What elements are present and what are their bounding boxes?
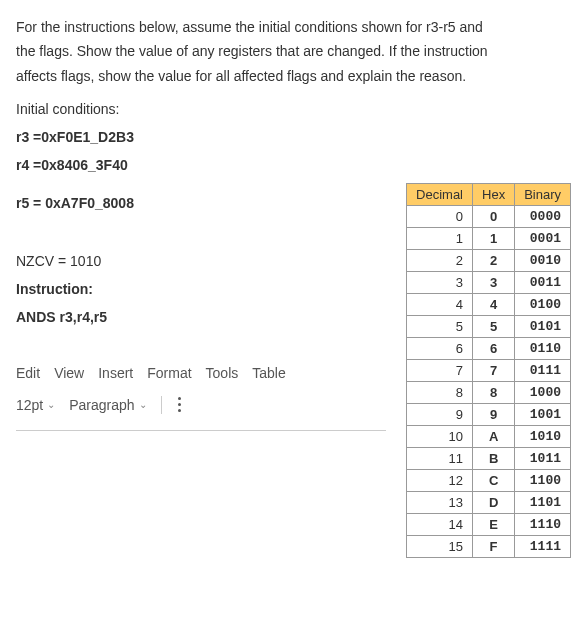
cell-decimal: 7 bbox=[407, 360, 473, 382]
paragraph-dropdown[interactable]: Paragraph ⌄ bbox=[69, 397, 146, 413]
cell-decimal: 12 bbox=[407, 470, 473, 492]
cell-binary: 0011 bbox=[515, 272, 571, 294]
paragraph-label: Paragraph bbox=[69, 397, 134, 413]
cell-binary: 1001 bbox=[515, 404, 571, 426]
table-row: 11B1011 bbox=[407, 448, 571, 470]
table-row: 000000 bbox=[407, 206, 571, 228]
cell-decimal: 1 bbox=[407, 228, 473, 250]
cell-binary: 0001 bbox=[515, 228, 571, 250]
table-row: 15F1111 bbox=[407, 536, 571, 558]
table-row: 660110 bbox=[407, 338, 571, 360]
menu-format[interactable]: Format bbox=[147, 365, 191, 381]
cell-binary: 0101 bbox=[515, 316, 571, 338]
question-line: For the instructions below, assume the i… bbox=[16, 16, 571, 38]
instruction-label: Instruction: bbox=[16, 281, 386, 297]
editor-toolbar: Edit View Insert Format Tools Table 12pt… bbox=[16, 365, 386, 431]
more-icon[interactable] bbox=[176, 395, 183, 414]
menu-tools[interactable]: Tools bbox=[206, 365, 239, 381]
r3-value: r3 =0xF0E1_D2B3 bbox=[16, 129, 571, 145]
cell-binary: 1010 bbox=[515, 426, 571, 448]
hex-table: Decimal Hex Binary 000000110001220010330… bbox=[406, 183, 571, 558]
question-line: affects flags, show the value for all af… bbox=[16, 65, 571, 87]
cell-binary: 1011 bbox=[515, 448, 571, 470]
cell-decimal: 10 bbox=[407, 426, 473, 448]
cell-hex: 8 bbox=[473, 382, 515, 404]
cell-hex: 6 bbox=[473, 338, 515, 360]
table-row: 110001 bbox=[407, 228, 571, 250]
cell-binary: 0111 bbox=[515, 360, 571, 382]
chevron-down-icon: ⌄ bbox=[139, 399, 147, 410]
fontsize-label: 12pt bbox=[16, 397, 43, 413]
cell-binary: 1111 bbox=[515, 536, 571, 558]
initial-conditions-label: Initial conditions: bbox=[16, 101, 571, 117]
cell-binary: 1100 bbox=[515, 470, 571, 492]
cell-decimal: 4 bbox=[407, 294, 473, 316]
cell-decimal: 11 bbox=[407, 448, 473, 470]
header-hex: Hex bbox=[473, 184, 515, 206]
r5-value: r5 = 0xA7F0_8008 bbox=[16, 195, 386, 211]
table-row: 991001 bbox=[407, 404, 571, 426]
nzcv-value: NZCV = 1010 bbox=[16, 253, 386, 269]
editor-divider bbox=[16, 430, 386, 431]
cell-hex: 1 bbox=[473, 228, 515, 250]
editor-menu: Edit View Insert Format Tools Table bbox=[16, 365, 386, 381]
r4-value: r4 =0x8406_3F40 bbox=[16, 157, 571, 173]
table-row: 330011 bbox=[407, 272, 571, 294]
chevron-down-icon: ⌄ bbox=[47, 399, 55, 410]
cell-binary: 0000 bbox=[515, 206, 571, 228]
cell-hex: F bbox=[473, 536, 515, 558]
cell-binary: 1000 bbox=[515, 382, 571, 404]
cell-binary: 0100 bbox=[515, 294, 571, 316]
table-header-row: Decimal Hex Binary bbox=[407, 184, 571, 206]
table-row: 220010 bbox=[407, 250, 571, 272]
header-decimal: Decimal bbox=[407, 184, 473, 206]
table-row: 14E1110 bbox=[407, 514, 571, 536]
cell-hex: E bbox=[473, 514, 515, 536]
table-row: 13D1101 bbox=[407, 492, 571, 514]
cell-decimal: 5 bbox=[407, 316, 473, 338]
cell-decimal: 15 bbox=[407, 536, 473, 558]
cell-hex: 2 bbox=[473, 250, 515, 272]
fontsize-dropdown[interactable]: 12pt ⌄ bbox=[16, 397, 55, 413]
cell-decimal: 0 bbox=[407, 206, 473, 228]
table-row: 440100 bbox=[407, 294, 571, 316]
cell-decimal: 2 bbox=[407, 250, 473, 272]
toolbar-separator bbox=[161, 396, 162, 414]
cell-hex: 9 bbox=[473, 404, 515, 426]
cell-decimal: 14 bbox=[407, 514, 473, 536]
cell-hex: 5 bbox=[473, 316, 515, 338]
cell-binary: 0110 bbox=[515, 338, 571, 360]
cell-hex: 0 bbox=[473, 206, 515, 228]
cell-decimal: 9 bbox=[407, 404, 473, 426]
menu-edit[interactable]: Edit bbox=[16, 365, 40, 381]
table-row: 770111 bbox=[407, 360, 571, 382]
cell-binary: 0010 bbox=[515, 250, 571, 272]
menu-table[interactable]: Table bbox=[252, 365, 285, 381]
cell-hex: A bbox=[473, 426, 515, 448]
cell-decimal: 6 bbox=[407, 338, 473, 360]
header-binary: Binary bbox=[515, 184, 571, 206]
cell-decimal: 3 bbox=[407, 272, 473, 294]
cell-binary: 1101 bbox=[515, 492, 571, 514]
table-row: 12C1100 bbox=[407, 470, 571, 492]
table-row: 10A1010 bbox=[407, 426, 571, 448]
cell-hex: 7 bbox=[473, 360, 515, 382]
cell-hex: B bbox=[473, 448, 515, 470]
editor-controls: 12pt ⌄ Paragraph ⌄ bbox=[16, 395, 386, 414]
cell-decimal: 13 bbox=[407, 492, 473, 514]
instruction-value: ANDS r3,r4,r5 bbox=[16, 309, 386, 325]
menu-insert[interactable]: Insert bbox=[98, 365, 133, 381]
table-row: 550101 bbox=[407, 316, 571, 338]
cell-hex: 4 bbox=[473, 294, 515, 316]
cell-hex: 3 bbox=[473, 272, 515, 294]
cell-decimal: 8 bbox=[407, 382, 473, 404]
question-text: For the instructions below, assume the i… bbox=[16, 16, 571, 87]
menu-view[interactable]: View bbox=[54, 365, 84, 381]
cell-binary: 1110 bbox=[515, 514, 571, 536]
cell-hex: C bbox=[473, 470, 515, 492]
question-line: the flags. Show the value of any registe… bbox=[16, 40, 571, 62]
table-row: 881000 bbox=[407, 382, 571, 404]
cell-hex: D bbox=[473, 492, 515, 514]
